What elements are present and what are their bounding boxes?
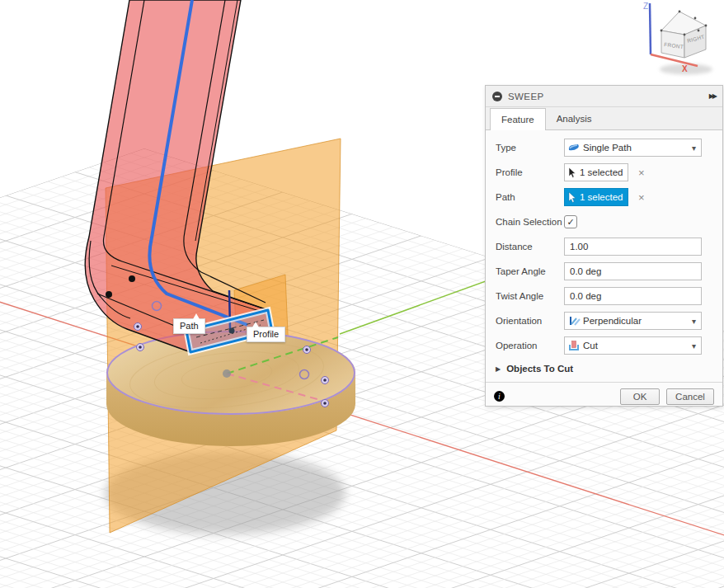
twist-angle-input[interactable]	[564, 287, 702, 305]
sketch-marker	[134, 323, 142, 331]
taper-angle-label: Taper Angle	[486, 266, 564, 276]
type-label: Type	[486, 143, 564, 153]
viewcube-z-axis	[650, 3, 651, 54]
chevron-down-icon: ▾	[692, 341, 701, 350]
cursor-icon	[565, 167, 580, 178]
operation-dropdown[interactable]: Cut ▾	[564, 336, 702, 355]
sketch-point	[106, 291, 112, 298]
disclosure-triangle-icon[interactable]: ▶	[496, 365, 501, 373]
info-icon[interactable]: i	[494, 391, 505, 402]
path-select-button[interactable]: 1 selected	[564, 188, 628, 206]
ok-button[interactable]: OK	[620, 388, 660, 405]
objects-to-cut-section[interactable]: ▶ Objects To Cut	[486, 358, 722, 379]
viewcube-z-label: Z	[643, 2, 648, 11]
row-distance: Distance	[486, 234, 722, 259]
cursor-icon	[565, 192, 580, 203]
collapse-icon[interactable]	[492, 92, 502, 101]
operation-value: Cut	[583, 341, 692, 350]
taper-angle-input[interactable]	[564, 262, 702, 280]
path-label: Path	[486, 192, 564, 202]
sketch-marker	[322, 400, 329, 407]
row-chain-selection: Chain Selection ✓	[486, 209, 722, 234]
dialog-title: SWEEP	[508, 92, 544, 101]
profile-select-button[interactable]: 1 selected	[564, 163, 628, 181]
chain-selection-label: Chain Selection	[486, 217, 564, 227]
row-operation: Operation Cut ▾	[486, 333, 722, 358]
twist-angle-label: Twist Angle	[486, 291, 564, 301]
sketch-point	[129, 275, 135, 282]
row-orientation: Orientation Perpendicular ▾	[486, 308, 722, 333]
chevron-down-icon: ▾	[692, 143, 701, 153]
type-value: Single Path	[583, 143, 692, 153]
path-clear-icon[interactable]: ×	[638, 191, 645, 204]
path-callout[interactable]: Path	[173, 318, 205, 334]
profile-clear-icon[interactable]: ×	[638, 167, 645, 179]
row-path: Path 1 selected ×	[486, 185, 722, 209]
tab-analysis[interactable]: Analysis	[546, 108, 603, 129]
type-dropdown[interactable]: Single Path ▾	[564, 139, 702, 157]
fusion-viewport: FRONT RIGHT Z X Path Profile SWEEP ▶▶ Fe…	[0, 0, 724, 588]
path-selected-count: 1 selected	[580, 192, 623, 202]
perpendicular-icon	[565, 315, 583, 327]
view-cube[interactable]: FRONT RIGHT Z X	[643, 2, 712, 75]
profile-callout[interactable]: Profile	[247, 327, 285, 342]
sketch-marker	[303, 346, 311, 354]
cut-operation-icon	[565, 340, 583, 351]
distance-input[interactable]	[564, 238, 702, 256]
dialog-body: Type Single Path ▾ Profile 1 selected × …	[486, 130, 722, 379]
chain-selection-checkbox[interactable]: ✓	[564, 215, 577, 228]
sweep-dialog: SWEEP ▶▶ Feature Analysis Type Single Pa…	[485, 85, 723, 407]
viewcube-x-label: X	[682, 64, 688, 73]
cancel-button[interactable]: Cancel	[666, 388, 714, 405]
sweep-single-path-icon	[565, 143, 583, 153]
dialog-tabs: Feature Analysis	[486, 107, 722, 130]
distance-label: Distance	[486, 242, 564, 252]
chevron-down-icon: ▾	[692, 317, 701, 326]
profile-label: Profile	[486, 167, 564, 177]
orientation-value: Perpendicular	[583, 316, 692, 326]
sketch-marker	[322, 377, 329, 384]
row-taper-angle: Taper Angle	[486, 259, 722, 284]
row-type: Type Single Path ▾	[486, 135, 722, 160]
dialog-footer: i OK Cancel	[486, 382, 722, 410]
undock-icon[interactable]: ▶▶	[709, 92, 716, 100]
sketch-marker	[137, 344, 144, 351]
orientation-dropdown[interactable]: Perpendicular ▾	[564, 312, 702, 330]
tab-feature[interactable]: Feature	[490, 108, 546, 130]
objects-to-cut-label: Objects To Cut	[506, 364, 573, 374]
orientation-label: Orientation	[486, 316, 564, 326]
dialog-header[interactable]: SWEEP ▶▶	[486, 86, 722, 107]
row-twist-angle: Twist Angle	[486, 284, 722, 308]
row-profile: Profile 1 selected ×	[486, 160, 722, 185]
profile-selected-count: 1 selected	[580, 167, 623, 177]
viewcube-x-axis	[651, 54, 698, 66]
operation-label: Operation	[486, 341, 564, 350]
